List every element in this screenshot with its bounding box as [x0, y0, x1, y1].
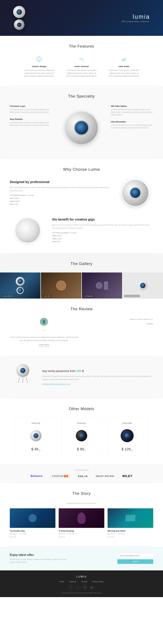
newsletter-content: Enjoy latest offer. We will help you sta… — [10, 553, 153, 564]
twitter-icon[interactable]: t — [76, 585, 80, 590]
googleplus-icon[interactable]: g+ — [90, 585, 94, 590]
newsletter-desc: We will help you stay always updated to … — [10, 558, 67, 564]
behance-logo: Behance — [31, 474, 43, 478]
spec-rotation: Easy Rotation Lorem ipsum dolor sit amet… — [10, 118, 52, 126]
linkedin-icon[interactable]: in — [83, 585, 87, 590]
buy-title: buy lumia panaroma from 399 $ — [42, 370, 153, 373]
why-stats-1: THX Dolby Dual Atmos - 5.1 Freeoptics so… — [10, 194, 111, 206]
gallery-label-4: lumia performance — [124, 295, 140, 297]
spec-resolution-desc: Lorem ipsum dolor sit amet, sit consecte… — [111, 124, 153, 129]
speciality-section: The Speciality Chromium Layer Lorem ipsu… — [0, 86, 163, 159]
model-ball-elite — [121, 429, 134, 442]
story-card-2[interactable]: A Great Evening. Buy Now | 1 Jan 2018 Bu… — [59, 508, 104, 538]
footer-nav-cameras[interactable]: Cameras — [69, 581, 76, 582]
features-grid: classic design Lumia ipsum from list als… — [10, 55, 153, 78]
why-row-2: the benefit for creative gigs Blue struc… — [10, 216, 153, 245]
model-hip-name: lumia hip — [20, 422, 52, 424]
reviewer-name-left: Friday panda Product bunny — [10, 344, 78, 348]
buy-link[interactable]: buy from lumia.com & amazon.com — [42, 383, 153, 385]
feature-noise: noise removal Lumia ipsum from list also… — [65, 55, 98, 78]
footer-nav-privacy[interactable]: Privacy Policy — [92, 581, 103, 582]
newsletter-form: Submit — [117, 553, 153, 564]
gallery-title: The Gallery — [10, 262, 153, 266]
model-elite-name: lumia elite — [111, 422, 143, 424]
spec-resolution-title: Ultra Resolution — [111, 121, 153, 123]
quote-mark-left: " — [10, 328, 78, 335]
features-section: The Features classic design Lumia ipsum … — [0, 36, 163, 86]
axil-logo: AXIL+R — [78, 475, 88, 478]
buy-desc: Sporty and Elegant lumia panaroma you ha… — [42, 375, 153, 381]
gallery-label-2: color arts — [43, 295, 51, 297]
spec-chromium-desc: Lorem ipsum dolor sit amet, consectetur … — [10, 108, 52, 114]
newsletter-title: Enjoy latest offer. — [10, 553, 67, 557]
camera-ring — [120, 177, 151, 208]
gallery-section: The Gallery lumia collection color arts … — [0, 253, 163, 298]
gallery-item-3[interactable]: photography — [82, 272, 122, 298]
model-elite[interactable]: lumia elite $ 12999 — [107, 418, 147, 456]
smart-review-logo: SMART REVIEW — [96, 475, 114, 478]
why-img-2 — [10, 216, 46, 245]
review-title: The Review — [10, 307, 153, 311]
review-right: What you need, makes us in. Edisons — [85, 318, 153, 324]
why-text-2: the benefit for creative gigs Blue struc… — [52, 217, 153, 243]
model-pro-name: lumia pro — [65, 422, 98, 424]
story-section: The Story Inspirational With Your learni… — [0, 483, 163, 546]
why-text-1: Designed by professional Blue structured… — [10, 180, 111, 206]
startup-logo: STARTUP 100 — [51, 474, 70, 478]
svg-rect-4 — [125, 58, 125, 61]
buy-info: buy lumia panaroma from 399 $ Sporty and… — [42, 370, 153, 385]
story-subtitle: Inspirational With Your learning Cases. — [10, 502, 153, 504]
models-grid: lumia hip $ 4999 lumia pro $ 9999 lumia … — [10, 418, 153, 456]
story-meta-2: Buy Now | 1 Jan 2018 — [59, 533, 104, 535]
hero-brand: lumia — [122, 13, 150, 20]
spec-rotation-title: Easy Rotation — [10, 118, 52, 120]
model-ball-pro — [76, 430, 87, 442]
model-hip[interactable]: lumia hip $ 4999 — [16, 418, 56, 456]
newsletter-email-input[interactable] — [117, 553, 153, 558]
classic-design-icon — [35, 55, 43, 63]
story-card-1[interactable]: Try Another Day Buy Now | 1 Jan 2018 Buy… — [10, 508, 55, 538]
footer: LUMIA Home Cameras Contact Privacy Polic… — [0, 570, 163, 597]
story-meta-1: Buy Now | 1 Jan 2018 — [10, 533, 55, 535]
newsletter-submit-button[interactable]: Submit — [117, 559, 153, 564]
why-section: Why Choose Lumia Designed by professiona… — [0, 159, 163, 253]
story-meta-3: Buy Now | 1 Jan 2018 — [108, 533, 153, 535]
camera-ball-top — [13, 6, 25, 18]
buy-camera-img — [10, 364, 36, 390]
model-pro-img — [65, 428, 98, 444]
feature-beatz-desc: Lumia ipsum from list also consectetur a… — [108, 69, 140, 78]
story-desc-3: Buy Now — [108, 536, 153, 538]
buy-content: buy lumia panaroma from 399 $ Sporty and… — [10, 364, 153, 390]
spec-360video: 360 Video Option Lorem ipsum dolor sit a… — [111, 105, 153, 116]
facebook-icon[interactable]: f — [69, 585, 73, 590]
gallery-item-2[interactable]: color arts — [41, 272, 81, 298]
gallery-item-1[interactable]: lumia collection — [0, 272, 40, 298]
story-card-3[interactable]: Morning Sun Shine Buy Now | 1 Jan 2018 B… — [108, 508, 153, 538]
gallery-label-3: photography — [83, 295, 95, 297]
spec-left: Chromium Layer Lorem ipsum dolor sit ame… — [10, 105, 52, 131]
footer-nav-home[interactable]: Home — [60, 581, 64, 582]
spec-chromium-title: Chromium Layer — [10, 105, 52, 107]
review-content: 👤 " in the sunshine and you cannot see a… — [10, 318, 153, 348]
tripod-legs — [16, 377, 29, 384]
why-stats-2: THX Dolby Dual Atmos - 5.1 Freeoptics so… — [52, 232, 153, 243]
spec-right: 360 Video Option Lorem ipsum dolor sit a… — [111, 105, 153, 134]
models-section: Other Models lumia hip $ 4999 lumia pro … — [0, 398, 163, 464]
gallery-item-4[interactable]: lumia performance — [123, 272, 163, 298]
model-pro[interactable]: lumia pro $ 9999 — [61, 418, 102, 456]
story-title-3: Morning Sun Shine — [108, 530, 153, 532]
story-grid: Try Another Day Buy Now | 1 Jan 2018 Buy… — [10, 508, 153, 538]
footer-brand: LUMIA — [10, 575, 153, 578]
feature-classic-desc: Lumia ipsum from list also consectetur a… — [23, 69, 55, 78]
tripod-head — [16, 364, 29, 377]
why-title: Why Choose Lumia — [10, 167, 153, 172]
why-img-1 — [117, 178, 153, 208]
review-text-right: What you need, makes us in. — [85, 318, 153, 321]
hero-section: lumia 360 panaroma camera. — [0, 0, 163, 36]
model-ball-hip — [30, 430, 42, 442]
why-desc-1: Blue structured exposure to light in the… — [10, 186, 111, 192]
spec-360video-title: 360 Video Option — [111, 105, 153, 107]
camera-tripod — [13, 364, 33, 387]
why-row-1: Designed by professional Blue structured… — [10, 178, 153, 208]
footer-nav-contact[interactable]: Contact — [81, 581, 88, 582]
